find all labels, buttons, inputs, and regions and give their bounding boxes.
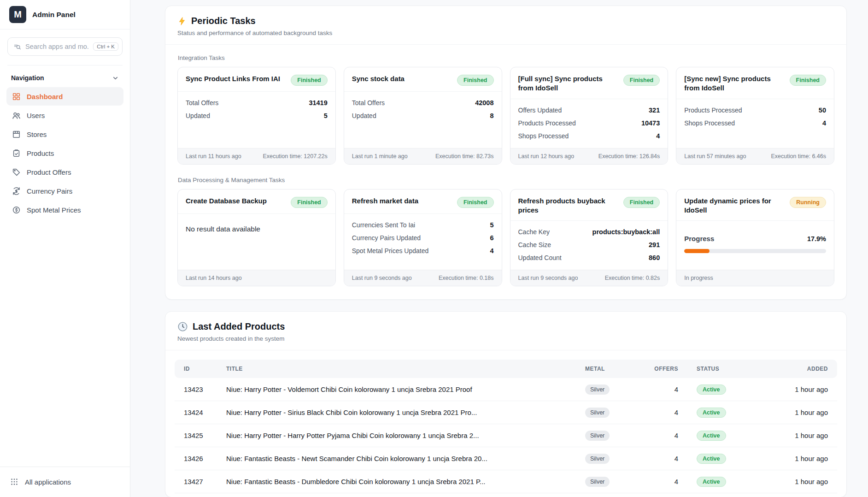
task-card-update-dynamic-prices-for-idosell: Update dynamic prices for IdoSellRunning… [676,189,834,287]
task-card-body: Currencies Sent To Iai5Currency Pairs Up… [344,214,502,270]
status-badge: Finished [291,75,327,86]
task-card-title: Update dynamic prices for IdoSell [684,196,785,215]
column-header-metal: METAL [576,360,645,378]
status-badge: Finished [457,197,493,208]
sidebar-item-dashboard[interactable]: Dashboard [6,87,123,106]
metric-row: Cache Keyproducts:buyback:all [518,225,660,238]
table-row[interactable]: 13423Niue: Harry Potter - Voldemort Chib… [175,378,837,401]
task-card-title: Create Database Backup [186,196,267,206]
metric-row: Cache Size291 [518,238,660,251]
metric-value: 50 [819,106,826,114]
task-card-refresh-products-buyback-prices: Refresh products buyback pricesFinishedC… [510,189,669,287]
status-badge: Running [790,197,826,208]
last-added-title: Last Added Products [193,321,285,332]
metric-label: Offers Updated [518,106,562,114]
execution-time-text: Execution time: 0.82s [605,275,660,281]
product-id: 13423 [175,378,217,401]
task-card-header: [Sync new] Sync products from IdoSellFin… [676,67,834,99]
product-title: Niue: Fantastic Beasts - Dumbledore Chib… [217,470,576,493]
task-card-header: Update dynamic prices for IdoSellRunning [676,189,834,221]
metric-label: Cache Size [518,241,551,248]
task-card-footer: Last run 9 seconds agoExecution time: 0.… [510,270,668,286]
sidebar-item-label: Currency Pairs [27,187,72,195]
task-card-body: Products Processed50Shops Processed4 [676,99,834,148]
search-placeholder: Search apps and mo... [25,43,89,50]
sidebar-item-label: Users [27,112,45,119]
search-input[interactable]: Search apps and mo... Ctrl + K [7,37,123,56]
sidebar-item-label: Product Offers [27,168,71,176]
product-offers-count: 4 [645,470,687,493]
table-row[interactable]: 13426Niue: Fantastic Beasts - Newt Scama… [175,447,837,470]
column-header-status: STATUS [687,360,757,378]
metric-value: 321 [649,106,660,114]
product-status-cell: Active [687,424,757,447]
product-status-cell: Active [687,447,757,470]
product-id: 13425 [175,424,217,447]
task-card-grid: Create Database BackupFinishedNo result … [177,189,834,287]
search-icon [13,43,21,51]
sidebar-item-product-offers[interactable]: Product Offers [6,163,123,181]
task-card-sync-new-sync-products-from-idosell: [Sync new] Sync products from IdoSellFin… [676,67,834,165]
sidebar-header: M Admin Panel [0,0,130,30]
all-applications-button[interactable]: All applications [5,473,125,491]
periodic-tasks-header: Periodic Tasks Status and performance of… [165,6,846,45]
metric-value: 5 [490,221,493,229]
all-applications-label: All applications [25,478,71,486]
metric-row: Offers Updated321 [518,104,660,117]
sidebar-item-spot-metal-prices[interactable]: Spot Metal Prices [6,201,123,219]
task-card-grid: Sync Product Links From IAIFinishedTotal… [177,67,834,165]
status-badge: Active [697,408,726,418]
empty-message: No result data available [186,219,328,233]
nav-section-toggle[interactable]: Navigation [6,71,123,87]
table-row[interactable]: 13427Niue: Fantastic Beasts - Dumbledore… [175,470,837,493]
metal-badge: Silver [585,408,610,418]
product-id: 13427 [175,470,217,493]
lightning-icon [177,16,187,26]
status-badge: Finished [457,75,493,86]
metric-value: 42008 [475,99,493,106]
metal-badge: Silver [585,431,610,441]
metric-value: 860 [649,254,660,261]
column-header-title: TITLE [217,360,576,378]
last-run-text: Last run 1 minute ago [352,153,408,160]
status-badge: Finished [623,75,660,86]
last-run-text: Last run 9 seconds ago [352,275,412,281]
task-card-header: [Full sync] Sync products from IdoSellFi… [510,67,668,99]
metric-label: Total Offers [352,99,385,106]
execution-time-text: Execution time: 1207.22s [263,153,327,160]
sidebar-item-currency-pairs[interactable]: Currency Pairs [6,182,123,200]
metric-label: Products Processed [684,106,742,114]
task-card-title: Refresh products buyback prices [518,196,619,215]
metric-row: Currencies Sent To Iai5 [352,219,494,231]
product-offers-icon [12,168,21,177]
status-badge: Finished [291,197,327,208]
sidebar-item-users[interactable]: Users [6,106,123,124]
table-row[interactable]: 13424Niue: Harry Potter - Sirius Black C… [175,401,837,424]
metric-row: Updated5 [186,109,328,122]
task-card-sync-product-links-from-iai: Sync Product Links From IAIFinishedTotal… [177,67,336,165]
sidebar-item-label: Stores [27,130,47,138]
progress-percent: 17.9% [807,235,826,243]
table-row[interactable]: 13425Niue: Harry Potter - Harry Potter P… [175,424,837,447]
product-metal-cell: Silver [576,447,645,470]
column-header-added: ADDED [757,360,837,378]
sidebar-item-products[interactable]: Products [6,144,123,162]
task-card-header: Refresh products buyback pricesFinished [510,189,668,221]
app-logo: M [9,6,26,23]
last-added-products-panel: Last Added Products Newest products crea… [165,311,847,497]
task-card-body: No result data available [178,214,335,270]
product-added-time: 1 hour ago [757,447,837,470]
product-metal-cell: Silver [576,378,645,401]
metric-row: Currency Pairs Updated6 [352,231,494,244]
metric-label: Shops Processed [518,132,569,140]
execution-time-text: Execution time: 126.84s [598,153,660,160]
task-card-body: Total Offers42008Updated8 [344,92,502,148]
metric-row: Total Offers42008 [352,96,494,109]
sidebar-item-stores[interactable]: Stores [6,125,123,143]
metal-badge: Silver [585,477,610,487]
sidebar-item-label: Products [27,149,54,157]
sidebar-item-label: Spot Metal Prices [27,206,81,214]
metric-value: 4 [656,132,660,140]
metric-value: products:buyback:all [592,228,660,236]
task-card-footer: Last run 11 hours agoExecution time: 120… [178,148,335,164]
